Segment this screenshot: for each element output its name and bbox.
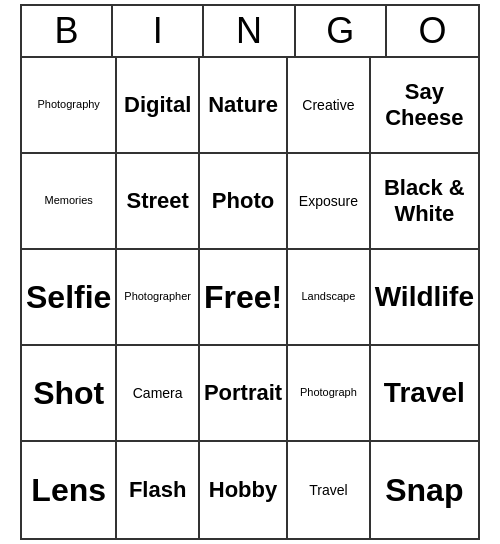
cell-text: Photographer (124, 290, 191, 303)
header-letter: B (22, 6, 113, 56)
cell-text: Camera (133, 385, 183, 402)
bingo-cell: Photographer (117, 250, 200, 346)
bingo-cell: Black &White (371, 154, 478, 250)
bingo-cell: SayCheese (371, 58, 478, 154)
bingo-grid: PhotographyDigitalNatureCreativeSayChees… (22, 58, 478, 538)
bingo-cell: Digital (117, 58, 200, 154)
cell-text: Street (126, 188, 188, 214)
bingo-cell: Free! (200, 250, 288, 346)
bingo-cell: Nature (200, 58, 288, 154)
cell-text: Portrait (204, 380, 282, 406)
cell-text: Wildlife (375, 280, 474, 314)
cell-text: Flash (129, 477, 186, 503)
header-letter: O (387, 6, 478, 56)
bingo-cell: Snap (371, 442, 478, 538)
bingo-cell: Memories (22, 154, 117, 250)
cell-text: Exposure (299, 193, 358, 210)
bingo-cell: Flash (117, 442, 200, 538)
cell-text: SayCheese (385, 79, 463, 132)
cell-text: Shot (33, 374, 104, 412)
bingo-cell: Wildlife (371, 250, 478, 346)
bingo-cell: Photograph (288, 346, 371, 442)
bingo-cell: Travel (288, 442, 371, 538)
bingo-cell: Landscape (288, 250, 371, 346)
cell-text: Black &White (384, 175, 465, 228)
cell-text: Lens (31, 471, 106, 509)
cell-text: Free! (204, 278, 282, 316)
bingo-header: BINGO (22, 6, 478, 58)
cell-text: Photo (212, 188, 274, 214)
bingo-cell: Selfie (22, 250, 117, 346)
bingo-cell: Travel (371, 346, 478, 442)
bingo-card: BINGO PhotographyDigitalNatureCreativeSa… (20, 4, 480, 540)
bingo-cell: Photography (22, 58, 117, 154)
bingo-cell: Photo (200, 154, 288, 250)
cell-text: Selfie (26, 278, 111, 316)
cell-text: Nature (208, 92, 278, 118)
cell-text: Travel (309, 482, 347, 499)
bingo-cell: Shot (22, 346, 117, 442)
cell-text: Travel (384, 376, 465, 410)
bingo-cell: Creative (288, 58, 371, 154)
bingo-cell: Hobby (200, 442, 288, 538)
bingo-cell: Portrait (200, 346, 288, 442)
cell-text: Memories (45, 194, 93, 207)
bingo-cell: Street (117, 154, 200, 250)
cell-text: Photography (37, 98, 99, 111)
cell-text: Snap (385, 471, 463, 509)
cell-text: Digital (124, 92, 191, 118)
header-letter: G (296, 6, 387, 56)
header-letter: I (113, 6, 204, 56)
cell-text: Photograph (300, 386, 357, 399)
bingo-cell: Lens (22, 442, 117, 538)
bingo-cell: Camera (117, 346, 200, 442)
header-letter: N (204, 6, 295, 56)
cell-text: Creative (302, 97, 354, 114)
bingo-cell: Exposure (288, 154, 371, 250)
cell-text: Landscape (302, 290, 356, 303)
cell-text: Hobby (209, 477, 277, 503)
